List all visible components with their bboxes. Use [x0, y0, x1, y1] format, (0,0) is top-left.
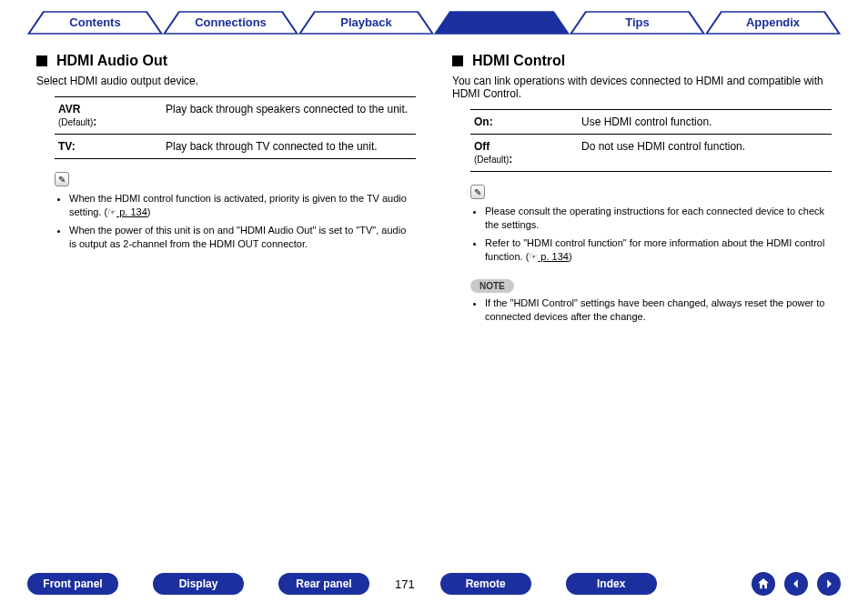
section-title-control: HDMI Control — [452, 53, 832, 69]
square-bullet-icon — [36, 55, 47, 66]
title-text: HDMI Control — [472, 53, 565, 69]
table-row: TV: Play back through TV connected to th… — [55, 135, 416, 159]
section-desc: You can link operations with devices con… — [452, 75, 832, 100]
footer-right-group: Remote Index — [440, 573, 657, 595]
prev-page-icon[interactable] — [784, 572, 808, 596]
tab-settings[interactable]: Settings — [434, 11, 570, 35]
svg-marker-2 — [299, 12, 432, 34]
svg-marker-3 — [435, 12, 568, 34]
footer-nav: Front panel Display Rear panel 171 Remot… — [0, 572, 868, 596]
note-item: If the "HDMI Control" settings have been… — [485, 296, 832, 325]
note-badge: NOTE — [470, 279, 514, 293]
footer-left-group: Front panel Display Rear panel — [27, 573, 369, 595]
option-value: Play back through speakers connected to … — [162, 97, 416, 135]
option-value: Use HDMI control function. — [578, 110, 832, 135]
svg-marker-4 — [570, 12, 703, 34]
options-table: AVR(Default): Play back through speakers… — [55, 96, 416, 159]
display-button[interactable]: Display — [153, 573, 244, 595]
rear-panel-button[interactable]: Rear panel — [278, 573, 369, 595]
square-bullet-icon — [452, 55, 463, 66]
manual-page: Contents Connections Playback Settings T… — [0, 0, 868, 612]
right-column: HDMI Control You can link operations wit… — [452, 53, 832, 327]
note-item: Please consult the operating instruction… — [485, 205, 832, 233]
table-row: On: Use HDMI control function. — [470, 110, 832, 135]
note-badge-list: If the "HDMI Control" settings have been… — [470, 296, 832, 325]
option-key: Off(Default): — [470, 135, 578, 172]
table-row: Off(Default): Do not use HDMI control fu… — [470, 135, 832, 172]
page-link[interactable]: p. 134 — [538, 251, 569, 262]
home-icon[interactable] — [752, 572, 775, 596]
section-title-audio-out: HDMI Audio Out — [36, 53, 416, 69]
svg-marker-1 — [164, 12, 297, 34]
pencil-icon: ✎ — [470, 185, 485, 199]
option-key: AVR(Default): — [55, 97, 162, 135]
svg-marker-0 — [28, 12, 161, 34]
tab-tips[interactable]: Tips — [570, 11, 705, 35]
option-key: On: — [470, 110, 578, 135]
option-key: TV: — [55, 135, 162, 159]
notes-list: When the HDMI control function is activa… — [55, 192, 416, 252]
title-text: HDMI Audio Out — [56, 53, 167, 69]
pencil-icon: ✎ — [55, 172, 69, 186]
index-button[interactable]: Index — [566, 573, 657, 595]
options-table: On: Use HDMI control function. Off(Defau… — [470, 109, 832, 172]
tab-playback[interactable]: Playback — [298, 11, 434, 35]
page-link[interactable]: p. 134 — [116, 206, 147, 217]
front-panel-button[interactable]: Front panel — [27, 573, 118, 595]
svg-marker-5 — [706, 12, 839, 34]
content-area: HDMI Audio Out Select HDMI audio output … — [0, 35, 868, 327]
note-item: Refer to "HDMI control function" for mor… — [485, 236, 832, 265]
remote-button[interactable]: Remote — [440, 573, 531, 595]
option-value: Play back through TV connected to the un… — [162, 135, 416, 159]
next-page-icon[interactable] — [817, 572, 841, 596]
tab-connections[interactable]: Connections — [163, 11, 298, 35]
top-tabs: Contents Connections Playback Settings T… — [0, 0, 868, 35]
tab-appendix[interactable]: Appendix — [705, 11, 841, 35]
tab-contents[interactable]: Contents — [27, 11, 163, 35]
nav-icons — [752, 572, 841, 596]
notes-list: Please consult the operating instruction… — [470, 205, 832, 265]
page-number: 171 — [395, 577, 415, 591]
option-value: Do not use HDMI control function. — [578, 135, 832, 172]
section-desc: Select HDMI audio output device. — [36, 75, 416, 87]
left-column: HDMI Audio Out Select HDMI audio output … — [36, 53, 416, 327]
table-row: AVR(Default): Play back through speakers… — [55, 97, 416, 135]
note-item: When the power of this unit is on and "H… — [69, 224, 416, 252]
note-item: When the HDMI control function is activa… — [69, 192, 416, 220]
